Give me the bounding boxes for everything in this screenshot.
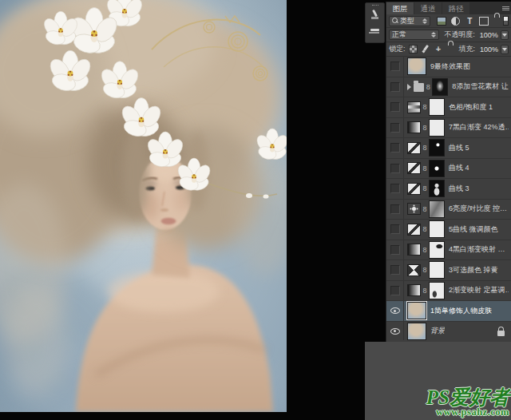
layer-visibility-toggle[interactable] — [386, 281, 404, 301]
layer-visibility-toggle[interactable] — [386, 77, 404, 97]
layer-visibility-toggle[interactable] — [386, 322, 404, 341]
eye-hidden-box — [390, 164, 400, 173]
layer-visibility-toggle[interactable] — [386, 301, 404, 321]
layer-row[interactable]: 84黑白渐变映射 … — [386, 240, 511, 261]
curves-adjustment-icon[interactable] — [407, 183, 421, 195]
layer-mask-thumbnail[interactable] — [429, 261, 445, 279]
layer-row[interactable]: 8曲线 5 — [386, 138, 511, 159]
layer-row[interactable]: 8色相/饱和度 1 — [386, 97, 511, 118]
curves-adjustment-icon[interactable] — [407, 162, 421, 174]
gradient-adjustment-icon[interactable] — [407, 284, 421, 296]
curves-adjustment-icon[interactable] — [407, 142, 421, 154]
mask-link-icon: 8 — [422, 205, 428, 213]
layer-visibility-toggle[interactable] — [386, 159, 404, 179]
tab-paths[interactable]: 路径 — [442, 2, 469, 14]
layer-row[interactable]: 83可选颜色 掉黄 — [386, 260, 511, 281]
layer-thumbnail[interactable] — [407, 323, 426, 340]
filter-kind-select[interactable]: 类型 — [389, 16, 430, 26]
brush-panel-icon[interactable] — [368, 9, 382, 22]
eye-hidden-box — [390, 82, 400, 92]
eye-hidden-box — [390, 102, 400, 112]
layer-name: 6亮度/对比度 控… — [449, 204, 507, 214]
layer-mask-thumbnail[interactable] — [429, 220, 445, 238]
layer-visibility-toggle[interactable] — [386, 240, 404, 260]
layer-row[interactable]: 1简单修饰人物皮肤 — [386, 301, 511, 322]
layer-mask-thumbnail[interactable] — [429, 98, 445, 116]
layer-mask-thumbnail[interactable] — [429, 119, 445, 137]
dock-empty-area: PS爱好者 www.psahz.com — [365, 342, 511, 420]
layer-visibility-toggle[interactable] — [386, 179, 404, 199]
filter-toggle[interactable] — [503, 16, 509, 26]
mask-link-icon: 8 — [422, 184, 428, 192]
lock-all-icon[interactable] — [447, 45, 456, 53]
portrait-photo — [0, 0, 287, 412]
canvas-image[interactable] — [0, 0, 287, 412]
layer-row[interactable]: 85曲线 微调颜色 — [386, 220, 511, 240]
layer-thumbnail[interactable] — [407, 302, 426, 319]
eye-hidden-box — [390, 245, 400, 255]
layer-mask-thumbnail[interactable] — [432, 78, 448, 96]
image-filter-icon[interactable] — [437, 17, 446, 26]
gradient-adjustment-icon[interactable] — [407, 244, 421, 256]
layer-name: 色相/饱和度 1 — [449, 102, 493, 113]
selective-color-adjustment-icon[interactable] — [407, 264, 421, 276]
group-expand-icon[interactable] — [407, 84, 411, 90]
layer-row[interactable]: 8曲线 4 — [386, 159, 511, 180]
fill-dropdown-button[interactable] — [501, 45, 509, 54]
layer-row[interactable]: 88添加雪花素材 让… — [386, 77, 511, 98]
layer-visibility-toggle[interactable] — [386, 57, 404, 77]
watermark-url: www.psahz.com — [426, 407, 509, 418]
brightness-contrast-adjustment-icon[interactable] — [407, 203, 421, 215]
layer-row[interactable]: 8曲线 3 — [386, 179, 511, 200]
clone-source-panel-icon[interactable] — [368, 23, 382, 36]
blend-mode-select[interactable]: 正常 — [389, 30, 439, 40]
tab-channels[interactable]: 通道 — [414, 2, 442, 14]
adjustment-filter-icon[interactable] — [451, 17, 460, 26]
layer-visibility-toggle[interactable] — [386, 260, 404, 280]
layer-visibility-toggle[interactable] — [386, 97, 404, 117]
layer-visibility-toggle[interactable] — [386, 220, 404, 240]
layer-name: 曲线 3 — [449, 184, 469, 194]
layer-filter-row: 类型 T — [386, 14, 511, 28]
shape-filter-icon[interactable] — [479, 17, 489, 26]
gradient-adjustment-icon[interactable] — [407, 121, 421, 133]
layer-row[interactable]: 背景 — [386, 322, 511, 341]
curves-adjustment-icon[interactable] — [407, 224, 421, 236]
fill-value[interactable]: 100% — [477, 46, 498, 53]
search-icon — [392, 18, 398, 24]
layer-row-content: 背景 — [404, 322, 511, 341]
opacity-label: 不透明度: — [444, 30, 475, 40]
mask-link-icon: 8 — [422, 124, 428, 132]
layer-row[interactable]: 86亮度/对比度 控… — [386, 200, 511, 220]
layer-name: 4黑白渐变映射 … — [449, 244, 505, 255]
layer-visibility-toggle[interactable] — [386, 138, 404, 158]
layer-mask-thumbnail[interactable] — [429, 241, 445, 259]
layer-mask-thumbnail[interactable] — [429, 160, 445, 177]
tab-layers[interactable]: 图层 — [386, 2, 414, 14]
layer-row[interactable]: 9最终效果图 — [386, 57, 511, 77]
layer-row[interactable]: 87黑白渐变 42%透… — [386, 118, 511, 139]
opacity-value[interactable]: 100% — [477, 31, 498, 39]
smart-object-filter-icon[interactable] — [493, 17, 503, 26]
layer-row-content: 8色相/饱和度 1 — [404, 97, 511, 117]
opacity-dropdown-button[interactable] — [501, 30, 509, 40]
layer-mask-thumbnail[interactable] — [429, 139, 445, 157]
eye-hidden-box — [390, 61, 400, 71]
eye-hidden-box — [390, 286, 400, 295]
hue-saturation-adjustment-icon[interactable] — [407, 101, 421, 113]
layer-visibility-toggle[interactable] — [386, 118, 404, 138]
dock-grip[interactable] — [372, 5, 378, 6]
layer-mask-thumbnail[interactable] — [429, 180, 445, 197]
folder-icon — [414, 83, 424, 92]
lock-transparency-icon[interactable] — [409, 45, 418, 53]
panel-menu-icon[interactable] — [502, 6, 509, 11]
lock-position-icon[interactable]: + — [434, 45, 443, 53]
layer-mask-thumbnail[interactable] — [429, 200, 445, 218]
layer-row[interactable]: 82渐变映射 定基调… — [386, 281, 511, 302]
type-filter-icon[interactable]: T — [465, 17, 474, 26]
lock-pixels-icon[interactable] — [422, 45, 430, 53]
layer-name: 8添加雪花素材 让… — [452, 81, 509, 92]
layer-mask-thumbnail[interactable] — [429, 282, 445, 299]
layer-visibility-toggle[interactable] — [386, 200, 404, 220]
layer-thumbnail[interactable] — [407, 57, 426, 75]
